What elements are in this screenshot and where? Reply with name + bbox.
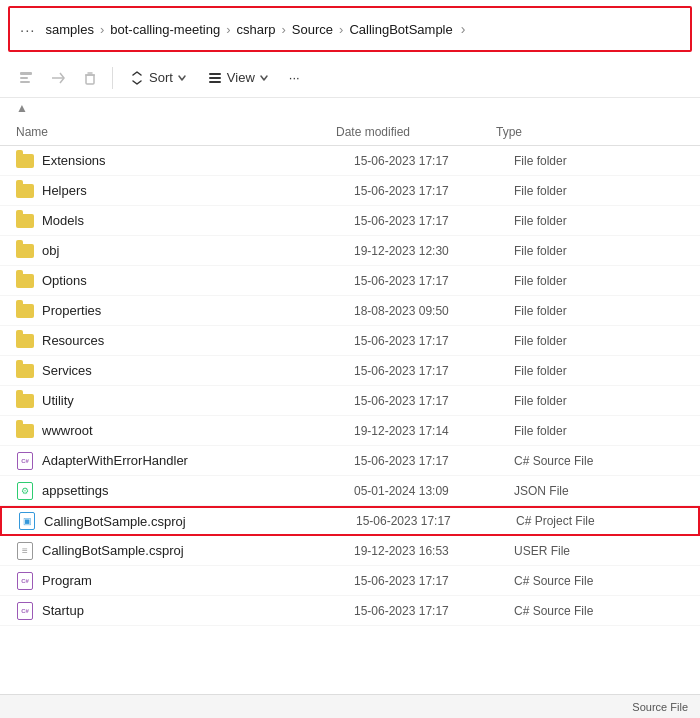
table-row[interactable]: Program15-06-2023 17:17C# Source File <box>0 566 700 596</box>
file-name: Extensions <box>42 153 354 168</box>
file-date: 15-06-2023 17:17 <box>354 364 514 378</box>
settings-icon <box>16 482 34 500</box>
file-date: 15-06-2023 17:17 <box>354 334 514 348</box>
file-date: 15-06-2023 17:17 <box>354 454 514 468</box>
file-date: 15-06-2023 17:17 <box>354 154 514 168</box>
table-row[interactable]: Helpers15-06-2023 17:17File folder <box>0 176 700 206</box>
file-name: CallingBotSample.csproj <box>42 543 354 558</box>
file-list-header: Name Date modified Type <box>0 118 700 146</box>
folder-icon <box>16 422 34 440</box>
svg-rect-0 <box>20 72 32 75</box>
file-type: C# Project File <box>516 514 682 528</box>
user-icon <box>16 542 34 560</box>
file-name: wwwroot <box>42 423 354 438</box>
breadcrumb-dots: ··· <box>20 21 36 38</box>
folder-icon <box>16 242 34 260</box>
cs-icon <box>16 572 34 590</box>
file-date: 15-06-2023 17:17 <box>354 394 514 408</box>
toolbar-share-button <box>44 66 72 90</box>
svg-rect-5 <box>209 77 221 79</box>
file-name: appsettings <box>42 483 354 498</box>
table-row[interactable]: CallingBotSample.csproj15-06-2023 17:17C… <box>0 506 700 536</box>
toolbar-rename-button <box>12 66 40 90</box>
file-date: 05-01-2024 13:09 <box>354 484 514 498</box>
table-row[interactable]: obj19-12-2023 12:30File folder <box>0 236 700 266</box>
file-name: CallingBotSample.csproj <box>44 514 356 529</box>
file-type: File folder <box>514 334 684 348</box>
breadcrumb-items: samples › bot-calling-meeting › csharp ›… <box>44 22 455 37</box>
folder-icon <box>16 332 34 350</box>
table-row[interactable]: Utility15-06-2023 17:17File folder <box>0 386 700 416</box>
file-type: File folder <box>514 154 684 168</box>
file-date: 15-06-2023 17:17 <box>356 514 516 528</box>
table-row[interactable]: appsettings05-01-2024 13:09JSON File <box>0 476 700 506</box>
file-name: Utility <box>42 393 354 408</box>
file-type: C# Source File <box>514 454 684 468</box>
cs-icon <box>16 452 34 470</box>
file-date: 15-06-2023 17:17 <box>354 184 514 198</box>
breadcrumb-source[interactable]: Source <box>290 22 335 37</box>
table-row[interactable]: Extensions15-06-2023 17:17File folder <box>0 146 700 176</box>
table-row[interactable]: wwwroot19-12-2023 17:14File folder <box>0 416 700 446</box>
toolbar-delete-button <box>76 66 104 90</box>
folder-icon <box>16 152 34 170</box>
breadcrumb-sep-3: › <box>339 22 343 37</box>
file-type: File folder <box>514 364 684 378</box>
file-name: Services <box>42 363 354 378</box>
proj-icon <box>18 512 36 530</box>
file-type: C# Source File <box>514 574 684 588</box>
toolbar: Sort View ··· <box>0 58 700 98</box>
table-row[interactable]: Startup15-06-2023 17:17C# Source File <box>0 596 700 626</box>
sort-label: Sort <box>149 70 173 85</box>
table-row[interactable]: CallingBotSample.csproj19-12-2023 16:53U… <box>0 536 700 566</box>
file-date: 18-08-2023 09:50 <box>354 304 514 318</box>
toolbar-separator-1 <box>112 67 113 89</box>
table-row[interactable]: AdapterWithErrorHandler15-06-2023 17:17C… <box>0 446 700 476</box>
breadcrumb-csharp[interactable]: csharp <box>234 22 277 37</box>
view-label: View <box>227 70 255 85</box>
more-label: ··· <box>289 70 300 85</box>
svg-rect-6 <box>209 81 221 83</box>
sort-button[interactable]: Sort <box>121 66 195 90</box>
table-row[interactable]: Models15-06-2023 17:17File folder <box>0 206 700 236</box>
file-type: File folder <box>514 424 684 438</box>
svg-rect-2 <box>20 81 30 83</box>
table-row[interactable]: Options15-06-2023 17:17File folder <box>0 266 700 296</box>
breadcrumb-samples[interactable]: samples <box>44 22 96 37</box>
table-row[interactable]: Resources15-06-2023 17:17File folder <box>0 326 700 356</box>
file-type: USER File <box>514 544 684 558</box>
breadcrumb-bot-calling[interactable]: bot-calling-meeting <box>108 22 222 37</box>
file-name: obj <box>42 243 354 258</box>
file-type: File folder <box>514 304 684 318</box>
more-button[interactable]: ··· <box>281 66 308 89</box>
header-type[interactable]: Type <box>496 125 684 139</box>
svg-rect-3 <box>86 75 94 84</box>
table-row[interactable]: Services15-06-2023 17:17File folder <box>0 356 700 386</box>
file-type: File folder <box>514 274 684 288</box>
file-date: 15-06-2023 17:17 <box>354 274 514 288</box>
folder-icon <box>16 392 34 410</box>
header-date[interactable]: Date modified <box>336 125 496 139</box>
file-date: 19-12-2023 16:53 <box>354 544 514 558</box>
status-bar: Source File <box>0 694 700 718</box>
breadcrumb-callingbotsample[interactable]: CallingBotSample <box>347 22 454 37</box>
file-type: File folder <box>514 394 684 408</box>
file-date: 15-06-2023 17:17 <box>354 604 514 618</box>
collapse-icon[interactable]: ▲ <box>16 101 28 115</box>
file-name: Resources <box>42 333 354 348</box>
folder-icon <box>16 302 34 320</box>
table-row[interactable]: Properties18-08-2023 09:50File folder <box>0 296 700 326</box>
breadcrumb-sep-0: › <box>100 22 104 37</box>
file-type: C# Source File <box>514 604 684 618</box>
file-type: File folder <box>514 184 684 198</box>
svg-rect-4 <box>209 73 221 75</box>
file-type: JSON File <box>514 484 684 498</box>
svg-rect-1 <box>20 77 28 79</box>
header-name[interactable]: Name <box>16 125 336 139</box>
file-list: Extensions15-06-2023 17:17File folderHel… <box>0 146 700 626</box>
folder-icon <box>16 362 34 380</box>
file-date: 19-12-2023 17:14 <box>354 424 514 438</box>
file-name: Options <box>42 273 354 288</box>
view-button[interactable]: View <box>199 66 277 90</box>
breadcrumb-bar: ··· samples › bot-calling-meeting › csha… <box>8 6 692 52</box>
